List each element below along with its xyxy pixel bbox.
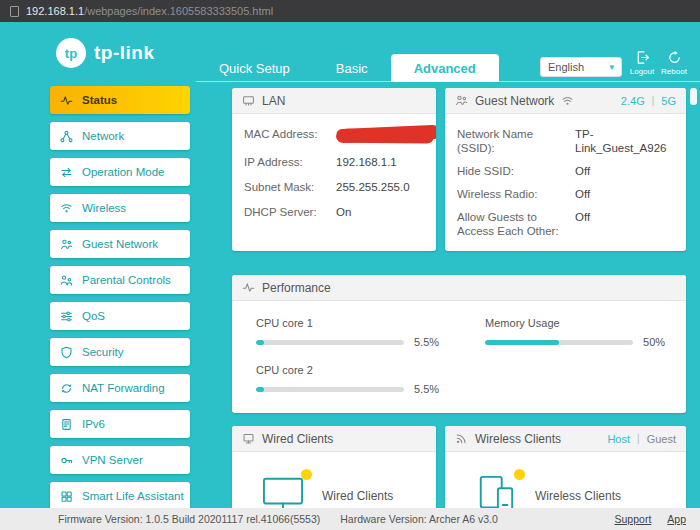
sidebar-item-label: Operation Mode — [82, 166, 164, 178]
tab-basic[interactable]: Basic — [313, 54, 391, 82]
cpu-core-1-meter: CPU core 1 5.5% — [256, 317, 439, 348]
operation-mode-arrows-icon — [60, 166, 73, 179]
top-nav: Quick Setup Basic Advanced — [196, 54, 499, 82]
sidebar-item-status[interactable]: Status — [50, 86, 190, 114]
field-label: Wireless Radio: — [457, 187, 575, 201]
sidebar-item-nat-forwarding[interactable]: NAT Forwarding — [50, 374, 190, 402]
field-value: On — [336, 205, 351, 219]
field-label: MAC Address: — [244, 127, 336, 144]
sidebar-item-label: VPN Server — [82, 454, 143, 466]
redacted-mac-address — [336, 125, 436, 144]
wireless-broadcast-icon — [455, 432, 468, 445]
reboot-label: Reboot — [661, 67, 687, 76]
reboot-button[interactable]: Reboot — [656, 50, 692, 76]
sidebar-item-ipv6[interactable]: IPv6 — [50, 410, 190, 438]
wired-clients-card-header: Wired Clients — [232, 426, 436, 452]
tp-link-logo-mark-icon: tp — [56, 38, 86, 68]
sidebar-item-label: QoS — [82, 310, 105, 322]
field-label: Subnet Mask: — [244, 180, 336, 194]
guest-network-card-header: Guest Network 2.4G | 5G — [445, 88, 686, 114]
lan-info-list: MAC Address: IP Address: 192.168.1.1 Sub… — [232, 114, 436, 232]
lan-card: LAN MAC Address: IP Address: 192.168.1.1… — [232, 88, 436, 251]
cpu-core-2-progressbar — [256, 387, 404, 392]
security-shield-icon — [60, 346, 73, 359]
app-link[interactable]: App — [667, 513, 686, 525]
guest-band-5g-link[interactable]: 5G — [661, 95, 676, 107]
tab-advanced[interactable]: Advanced — [391, 54, 499, 82]
sidebar-item-label: NAT Forwarding — [82, 382, 165, 394]
smart-life-grid-icon — [60, 490, 73, 503]
sidebar-item-network[interactable]: Network — [50, 122, 190, 150]
guest-network-card-title: Guest Network — [475, 94, 554, 108]
nat-forwarding-icon — [60, 382, 73, 395]
language-select[interactable]: English ▾ — [540, 57, 622, 77]
tp-link-logo: tp tp-link — [56, 38, 155, 68]
progress-fill — [485, 340, 559, 345]
hardware-version-text: Hardware Version: Archer A6 v3.0 — [340, 513, 498, 525]
guest-row-ssid: Network Name (SSID): TP-Link_Guest_A926 — [457, 127, 674, 155]
wireless-host-link[interactable]: Host — [607, 433, 630, 445]
wireless-clients-card-header: Wireless Clients Host | Guest — [445, 426, 686, 452]
guest-row-allow-access: Allow Guests to Access Each Other: Off — [457, 210, 674, 238]
performance-card-title: Performance — [262, 281, 331, 295]
sidebar-nav: Status Network Operation Mode Wireless G… — [50, 86, 190, 510]
wifi-icon — [561, 94, 574, 107]
wired-clients-count-badge — [301, 469, 312, 480]
logout-button[interactable]: Logout — [624, 50, 660, 76]
footer: Firmware Version: 1.0.5 Build 20201117 r… — [0, 508, 700, 530]
sidebar-item-vpn-server[interactable]: VPN Server — [50, 446, 190, 474]
meter-label: CPU core 1 — [256, 317, 439, 329]
meter-value: 5.5% — [414, 383, 439, 395]
sidebar-item-qos[interactable]: QoS — [50, 302, 190, 330]
meter-label: Memory Usage — [485, 317, 665, 329]
lan-card-title: LAN — [262, 94, 285, 108]
status-page-content: LAN MAC Address: IP Address: 192.168.1.1… — [232, 88, 686, 530]
guest-network-people-icon — [60, 238, 73, 251]
support-link[interactable]: Support — [615, 513, 652, 525]
sidebar-item-parental-controls[interactable]: Parental Controls — [50, 266, 190, 294]
guest-network-card: Guest Network 2.4G | 5G Network Name (SS… — [445, 88, 686, 251]
wired-clients-label: Wired Clients — [322, 489, 393, 503]
sidebar-item-guest-network[interactable]: Guest Network — [50, 230, 190, 258]
router-admin-page: 192.168.1.1/webpages/index.1605583333505… — [0, 0, 700, 530]
sidebar-item-security[interactable]: Security — [50, 338, 190, 366]
performance-pulse-icon — [242, 281, 255, 294]
wireless-clients-card-title: Wireless Clients — [475, 432, 561, 446]
network-nodes-icon — [60, 130, 73, 143]
url-host: 192.168.1.1 — [26, 5, 84, 17]
lan-row-dhcp: DHCP Server: On — [244, 205, 424, 219]
tab-quick-setup[interactable]: Quick Setup — [196, 54, 313, 82]
wireless-clients-label: Wireless Clients — [535, 489, 621, 503]
status-pulse-icon — [60, 94, 73, 107]
cpu-core-1-progressbar — [256, 340, 404, 345]
field-label: Allow Guests to Access Each Other: — [457, 210, 575, 238]
guest-network-info-list: Network Name (SSID): TP-Link_Guest_A926 … — [445, 114, 686, 251]
vpn-key-icon — [60, 454, 73, 467]
page-favicon-icon — [10, 6, 19, 17]
qos-sliders-icon — [60, 310, 73, 323]
page-url: 192.168.1.1/webpages/index.1605583333505… — [26, 5, 273, 17]
sidebar-item-label: Guest Network — [82, 238, 158, 250]
wireless-guest-link[interactable]: Guest — [647, 433, 676, 445]
monitor-icon — [242, 432, 255, 445]
wired-clients-card-title: Wired Clients — [262, 432, 333, 446]
sidebar-item-operation-mode[interactable]: Operation Mode — [50, 158, 190, 186]
scrollbar-thumb[interactable] — [690, 88, 697, 105]
progress-fill — [256, 387, 264, 392]
lan-port-icon — [242, 94, 255, 107]
guest-band-2-4g-link[interactable]: 2.4G — [621, 95, 645, 107]
performance-card: Performance CPU core 1 5.5% Memory Usage… — [232, 275, 686, 413]
lan-card-header: LAN — [232, 88, 436, 114]
meter-value: 50% — [643, 336, 665, 348]
field-label: DHCP Server: — [244, 205, 336, 219]
sidebar-item-wireless[interactable]: Wireless — [50, 194, 190, 222]
sidebar-item-label: Smart Life Assistant — [82, 490, 184, 502]
meter-value: 5.5% — [414, 336, 439, 348]
sidebar-item-label: Wireless — [82, 202, 126, 214]
sidebar-item-smart-life-assistant[interactable]: Smart Life Assistant — [50, 482, 190, 510]
wireless-signal-icon — [60, 202, 73, 215]
progress-fill — [256, 340, 264, 345]
memory-usage-progressbar — [485, 340, 633, 345]
sidebar-item-label: Network — [82, 130, 124, 142]
url-path: /webpages/index.1605583333505.html — [84, 5, 273, 17]
